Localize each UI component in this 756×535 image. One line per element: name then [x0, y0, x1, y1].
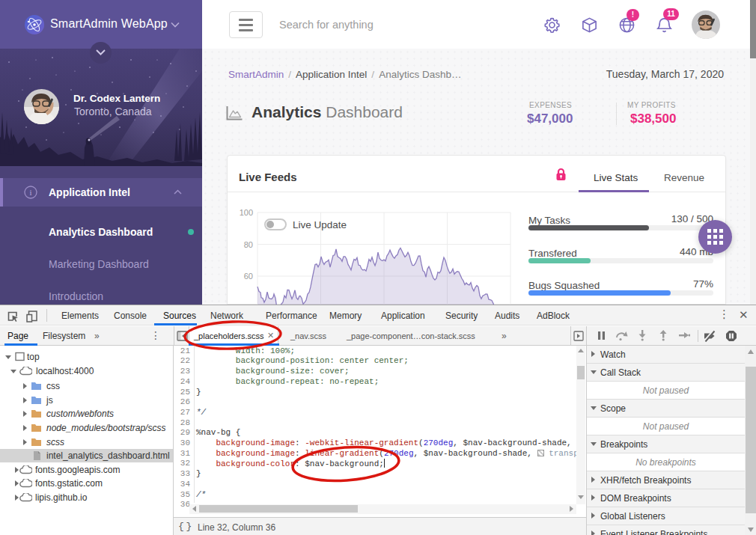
svg-text:100: 100	[240, 208, 253, 217]
svg-text:i: i	[29, 188, 31, 197]
svg-text:80: 80	[244, 240, 253, 249]
svg-text:60: 60	[244, 272, 253, 281]
